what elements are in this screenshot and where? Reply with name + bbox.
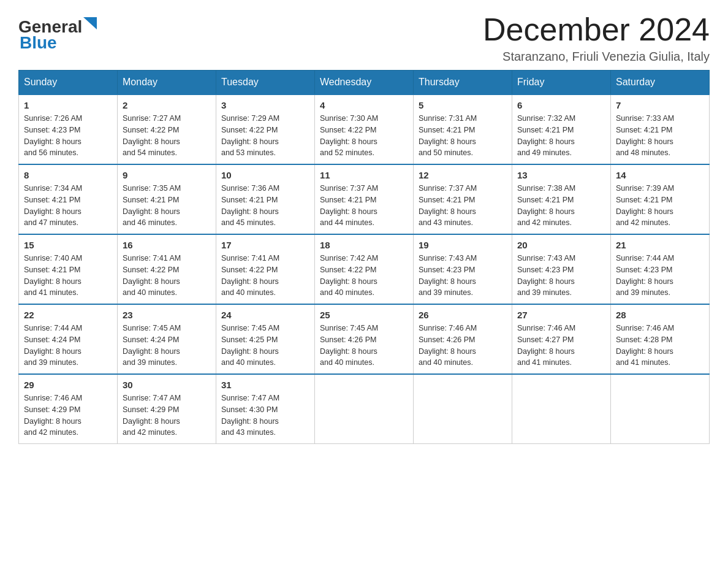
week-row-2: 8 Sunrise: 7:34 AM Sunset: 4:21 PM Dayli… (19, 164, 710, 234)
calendar-cell: 24 Sunrise: 7:45 AM Sunset: 4:25 PM Dayl… (216, 304, 315, 374)
day-info: Sunrise: 7:32 AM Sunset: 4:21 PM Dayligh… (517, 113, 605, 159)
weekday-header-monday: Monday (118, 71, 216, 95)
day-number: 25 (320, 310, 408, 320)
day-info: Sunrise: 7:29 AM Sunset: 4:22 PM Dayligh… (221, 113, 309, 159)
calendar-cell: 2 Sunrise: 7:27 AM Sunset: 4:22 PM Dayli… (118, 94, 216, 164)
day-info: Sunrise: 7:37 AM Sunset: 4:21 PM Dayligh… (419, 183, 507, 229)
calendar-cell: 1 Sunrise: 7:26 AM Sunset: 4:23 PM Dayli… (19, 94, 118, 164)
day-number: 17 (221, 240, 309, 250)
page-header: General Blue December 2024 Staranzano, F… (18, 12, 710, 64)
calendar-cell: 13 Sunrise: 7:38 AM Sunset: 4:21 PM Dayl… (512, 164, 611, 234)
calendar-cell: 16 Sunrise: 7:41 AM Sunset: 4:22 PM Dayl… (118, 234, 216, 304)
calendar-cell: 29 Sunrise: 7:46 AM Sunset: 4:29 PM Dayl… (19, 374, 118, 444)
calendar-cell: 22 Sunrise: 7:44 AM Sunset: 4:24 PM Dayl… (19, 304, 118, 374)
day-info: Sunrise: 7:44 AM Sunset: 4:23 PM Dayligh… (616, 253, 704, 299)
day-info: Sunrise: 7:44 AM Sunset: 4:24 PM Dayligh… (24, 323, 112, 369)
calendar-cell: 30 Sunrise: 7:47 AM Sunset: 4:29 PM Dayl… (118, 374, 216, 444)
calendar-cell (315, 374, 414, 444)
calendar-cell: 25 Sunrise: 7:45 AM Sunset: 4:26 PM Dayl… (315, 304, 414, 374)
day-number: 18 (320, 240, 408, 250)
logo[interactable]: General Blue (18, 18, 97, 52)
day-number: 26 (419, 310, 507, 320)
day-info: Sunrise: 7:34 AM Sunset: 4:21 PM Dayligh… (24, 183, 112, 229)
week-row-3: 15 Sunrise: 7:40 AM Sunset: 4:21 PM Dayl… (19, 234, 710, 304)
day-info: Sunrise: 7:46 AM Sunset: 4:26 PM Dayligh… (419, 323, 507, 369)
calendar-cell: 26 Sunrise: 7:46 AM Sunset: 4:26 PM Dayl… (414, 304, 512, 374)
day-info: Sunrise: 7:42 AM Sunset: 4:22 PM Dayligh… (320, 253, 408, 299)
day-info: Sunrise: 7:41 AM Sunset: 4:22 PM Dayligh… (221, 253, 309, 299)
day-number: 21 (616, 240, 704, 250)
logo-arrow-icon (83, 17, 97, 34)
logo-text: General Blue (18, 18, 97, 52)
day-number: 22 (24, 310, 112, 320)
day-info: Sunrise: 7:47 AM Sunset: 4:30 PM Dayligh… (221, 393, 309, 439)
weekday-header-saturday: Saturday (611, 71, 710, 95)
calendar-cell: 17 Sunrise: 7:41 AM Sunset: 4:22 PM Dayl… (216, 234, 315, 304)
calendar-cell: 20 Sunrise: 7:43 AM Sunset: 4:23 PM Dayl… (512, 234, 611, 304)
day-info: Sunrise: 7:39 AM Sunset: 4:21 PM Dayligh… (616, 183, 704, 229)
day-number: 24 (221, 310, 309, 320)
day-number: 19 (419, 240, 507, 250)
calendar-cell: 15 Sunrise: 7:40 AM Sunset: 4:21 PM Dayl… (19, 234, 118, 304)
day-info: Sunrise: 7:47 AM Sunset: 4:29 PM Dayligh… (123, 393, 211, 439)
day-number: 4 (320, 100, 408, 110)
day-number: 30 (123, 380, 211, 390)
calendar-cell: 7 Sunrise: 7:33 AM Sunset: 4:21 PM Dayli… (611, 94, 710, 164)
day-info: Sunrise: 7:46 AM Sunset: 4:28 PM Dayligh… (616, 323, 704, 369)
day-number: 14 (616, 170, 704, 180)
day-info: Sunrise: 7:36 AM Sunset: 4:21 PM Dayligh… (221, 183, 309, 229)
calendar-cell: 10 Sunrise: 7:36 AM Sunset: 4:21 PM Dayl… (216, 164, 315, 234)
day-info: Sunrise: 7:45 AM Sunset: 4:26 PM Dayligh… (320, 323, 408, 369)
calendar-cell: 6 Sunrise: 7:32 AM Sunset: 4:21 PM Dayli… (512, 94, 611, 164)
calendar-cell: 14 Sunrise: 7:39 AM Sunset: 4:21 PM Dayl… (611, 164, 710, 234)
day-number: 7 (616, 100, 704, 110)
day-number: 28 (616, 310, 704, 320)
title-block: December 2024 Staranzano, Friuli Venezia… (483, 12, 710, 64)
location-subtitle: Staranzano, Friuli Venezia Giulia, Italy (483, 50, 710, 64)
day-number: 12 (419, 170, 507, 180)
weekday-header-tuesday: Tuesday (216, 71, 315, 95)
day-number: 27 (517, 310, 605, 320)
day-info: Sunrise: 7:46 AM Sunset: 4:29 PM Dayligh… (24, 393, 112, 439)
day-number: 29 (24, 380, 112, 390)
day-info: Sunrise: 7:46 AM Sunset: 4:27 PM Dayligh… (517, 323, 605, 369)
day-number: 31 (221, 380, 309, 390)
day-info: Sunrise: 7:45 AM Sunset: 4:25 PM Dayligh… (221, 323, 309, 369)
week-row-5: 29 Sunrise: 7:46 AM Sunset: 4:29 PM Dayl… (19, 374, 710, 444)
day-number: 8 (24, 170, 112, 180)
month-title: December 2024 (483, 12, 710, 47)
day-number: 20 (517, 240, 605, 250)
logo-blue: Blue (20, 33, 57, 52)
day-info: Sunrise: 7:30 AM Sunset: 4:22 PM Dayligh… (320, 113, 408, 159)
calendar-cell: 8 Sunrise: 7:34 AM Sunset: 4:21 PM Dayli… (19, 164, 118, 234)
day-info: Sunrise: 7:45 AM Sunset: 4:24 PM Dayligh… (123, 323, 211, 369)
day-info: Sunrise: 7:26 AM Sunset: 4:23 PM Dayligh… (24, 113, 112, 159)
day-info: Sunrise: 7:40 AM Sunset: 4:21 PM Dayligh… (24, 253, 112, 299)
weekday-header-wednesday: Wednesday (315, 71, 414, 95)
calendar-cell: 5 Sunrise: 7:31 AM Sunset: 4:21 PM Dayli… (414, 94, 512, 164)
day-info: Sunrise: 7:43 AM Sunset: 4:23 PM Dayligh… (517, 253, 605, 299)
calendar-cell: 21 Sunrise: 7:44 AM Sunset: 4:23 PM Dayl… (611, 234, 710, 304)
day-number: 10 (221, 170, 309, 180)
calendar-cell (611, 374, 710, 444)
calendar-cell: 12 Sunrise: 7:37 AM Sunset: 4:21 PM Dayl… (414, 164, 512, 234)
week-row-4: 22 Sunrise: 7:44 AM Sunset: 4:24 PM Dayl… (19, 304, 710, 374)
calendar-header-row: SundayMondayTuesdayWednesdayThursdayFrid… (19, 71, 710, 95)
day-info: Sunrise: 7:38 AM Sunset: 4:21 PM Dayligh… (517, 183, 605, 229)
day-info: Sunrise: 7:27 AM Sunset: 4:22 PM Dayligh… (123, 113, 211, 159)
day-number: 16 (123, 240, 211, 250)
day-number: 13 (517, 170, 605, 180)
weekday-header-thursday: Thursday (414, 71, 512, 95)
day-info: Sunrise: 7:33 AM Sunset: 4:21 PM Dayligh… (616, 113, 704, 159)
calendar-cell: 9 Sunrise: 7:35 AM Sunset: 4:21 PM Dayli… (118, 164, 216, 234)
day-number: 2 (123, 100, 211, 110)
day-info: Sunrise: 7:35 AM Sunset: 4:21 PM Dayligh… (123, 183, 211, 229)
svg-marker-0 (83, 17, 97, 29)
day-info: Sunrise: 7:41 AM Sunset: 4:22 PM Dayligh… (123, 253, 211, 299)
day-number: 6 (517, 100, 605, 110)
calendar-cell (512, 374, 611, 444)
calendar-cell: 19 Sunrise: 7:43 AM Sunset: 4:23 PM Dayl… (414, 234, 512, 304)
calendar-cell: 28 Sunrise: 7:46 AM Sunset: 4:28 PM Dayl… (611, 304, 710, 374)
day-number: 23 (123, 310, 211, 320)
day-number: 9 (123, 170, 211, 180)
